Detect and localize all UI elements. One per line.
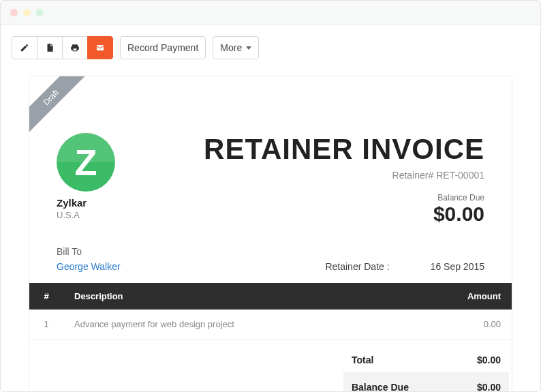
caret-down-icon: [246, 46, 251, 50]
invoice-number: Retainer# RET-00001: [204, 170, 484, 181]
balance-due-row-value: $0.00: [477, 382, 501, 392]
zoom-dot[interactable]: [36, 9, 44, 16]
balance-due-row-label: Balance Due: [352, 382, 409, 392]
minimize-dot[interactable]: [23, 9, 31, 16]
edit-button[interactable]: [12, 36, 37, 59]
record-payment-label: Record Payment: [127, 42, 198, 53]
cell-amount: 0.00: [430, 310, 512, 340]
pdf-button[interactable]: [37, 36, 63, 59]
window-titlebar: [1, 1, 540, 25]
email-button[interactable]: [87, 36, 113, 59]
mail-icon: [95, 44, 106, 52]
total-label: Total: [352, 355, 373, 365]
close-dot[interactable]: [10, 9, 18, 16]
balance-due-value: $0.00: [204, 202, 484, 226]
retainer-date-label: Retainer Date :: [325, 261, 389, 272]
logo-letter: Z: [75, 141, 97, 183]
action-button-group: [12, 36, 113, 59]
company-logo: Z: [57, 133, 115, 192]
file-pdf-icon: [45, 42, 55, 53]
totals-block: Total $0.00 Balance Due $0.00: [352, 348, 512, 392]
table-row: 1 Advance payment for web design project…: [29, 310, 512, 340]
cell-desc: Advance payment for web design project: [63, 310, 430, 340]
col-num: #: [29, 283, 63, 310]
bill-to-label: Bill To: [57, 246, 121, 257]
col-amount: Amount: [430, 283, 512, 310]
more-label: More: [220, 42, 242, 53]
pencil-icon: [20, 43, 29, 52]
print-button[interactable]: [62, 36, 88, 59]
toolbar: Record Payment More: [12, 36, 529, 59]
col-desc: Description: [63, 283, 430, 310]
bill-to-name[interactable]: George Walker: [57, 261, 121, 272]
cell-num: 1: [29, 310, 63, 340]
invoice-title: RETAINER INVOICE: [204, 133, 484, 166]
invoice-card: Draft Z Zylkar U.S.A RETAINER INVOICE Re…: [29, 76, 512, 392]
company-country: U.S.A: [57, 210, 115, 220]
retainer-date-value: 16 Sep 2015: [431, 261, 484, 272]
total-value: $0.00: [477, 355, 501, 365]
printer-icon: [69, 43, 80, 52]
balance-due-label: Balance Due: [204, 193, 484, 202]
line-items-table: # Description Amount 1 Advance payment f…: [29, 283, 512, 340]
more-button[interactable]: More: [213, 36, 259, 59]
record-payment-button[interactable]: Record Payment: [120, 36, 206, 59]
company-name: Zylkar: [57, 197, 115, 209]
